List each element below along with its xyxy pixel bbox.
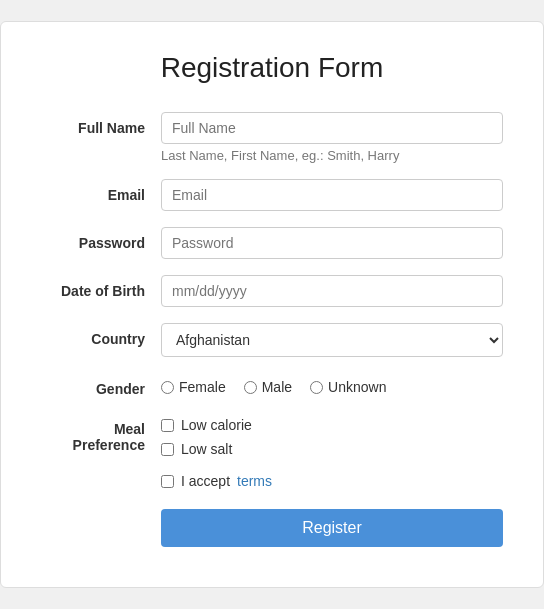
dob-row: Date of Birth [41,275,503,307]
register-button[interactable]: Register [161,509,503,547]
country-row: Country Afghanistan Albania Algeria Unit… [41,323,503,357]
fullname-input[interactable] [161,112,503,144]
gender-radio-group: Female Male Unknown [161,373,503,395]
meal-field-wrapper: Low calorie Low salt [161,413,503,457]
fullname-label: Full Name [41,112,161,136]
gender-row: Gender Female Male Unknown [41,373,503,397]
dob-label: Date of Birth [41,275,161,299]
email-label: Email [41,179,161,203]
gender-female-radio[interactable] [161,381,174,394]
gender-unknown-item[interactable]: Unknown [310,379,386,395]
meal-label: Meal Preference [41,413,161,453]
meal-low-calorie-label: Low calorie [181,417,252,433]
password-label: Password [41,227,161,251]
country-label: Country [41,323,161,347]
gender-unknown-label: Unknown [328,379,386,395]
registration-form-container: Registration Form Full Name Last Name, F… [0,21,544,588]
terms-row: I accept terms [161,473,503,489]
email-input[interactable] [161,179,503,211]
terms-label: I accept [181,473,230,489]
gender-female-label: Female [179,379,226,395]
password-row: Password [41,227,503,259]
dob-field-wrapper [161,275,503,307]
password-field-wrapper [161,227,503,259]
gender-male-radio[interactable] [244,381,257,394]
meal-low-salt-label: Low salt [181,441,232,457]
country-field-wrapper: Afghanistan Albania Algeria United State… [161,323,503,357]
terms-link[interactable]: terms [237,473,272,489]
gender-female-item[interactable]: Female [161,379,226,395]
fullname-row: Full Name Last Name, First Name, eg.: Sm… [41,112,503,163]
email-row: Email [41,179,503,211]
terms-checkbox[interactable] [161,475,174,488]
country-select[interactable]: Afghanistan Albania Algeria United State… [161,323,503,357]
gender-unknown-radio[interactable] [310,381,323,394]
password-input[interactable] [161,227,503,259]
gender-male-item[interactable]: Male [244,379,292,395]
meal-low-salt-item[interactable]: Low salt [161,441,503,457]
gender-label: Gender [41,373,161,397]
page-title: Registration Form [41,52,503,84]
meal-low-calorie-item[interactable]: Low calorie [161,417,503,433]
email-field-wrapper [161,179,503,211]
meal-low-salt-checkbox[interactable] [161,443,174,456]
meal-row: Meal Preference Low calorie Low salt [41,413,503,457]
fullname-hint: Last Name, First Name, eg.: Smith, Harry [161,148,503,163]
meal-low-calorie-checkbox[interactable] [161,419,174,432]
meal-checkbox-group: Low calorie Low salt [161,413,503,457]
gender-field-wrapper: Female Male Unknown [161,373,503,395]
dob-input[interactable] [161,275,503,307]
gender-male-label: Male [262,379,292,395]
fullname-field: Last Name, First Name, eg.: Smith, Harry [161,112,503,163]
